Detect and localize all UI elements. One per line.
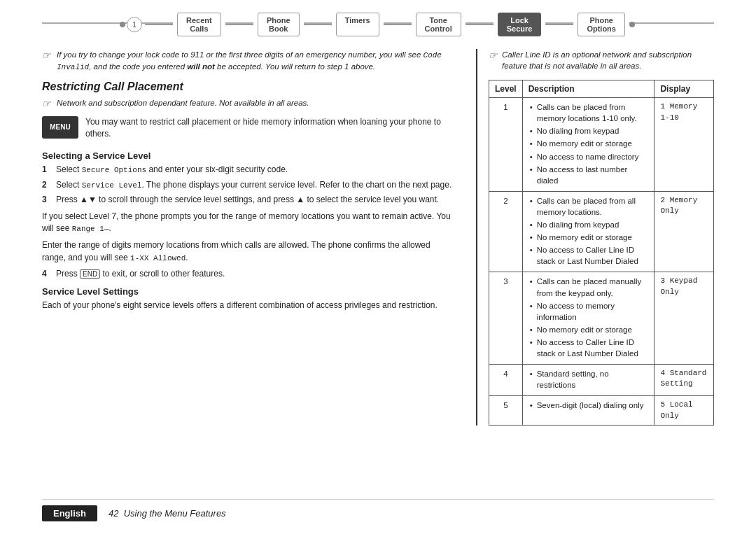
table-cell-display-0: 1 Memory 1-10 — [654, 98, 714, 192]
table-bullet-item: No access to Caller Line ID stack or Las… — [528, 337, 649, 359]
nav-box-recent-calls: Recent Calls — [177, 13, 221, 36]
nav-label-recent-bottom: Calls — [190, 24, 208, 33]
table-bullet-item: No access to name directory — [528, 151, 649, 162]
right-note-text: Caller Line ID is an optional network an… — [502, 49, 714, 71]
right-note: ☞ Caller Line ID is an optional network … — [489, 49, 714, 71]
table-bullet-item: Seven-digit (local) dialing only — [528, 400, 649, 411]
nav-box-phone-options: Phone Options — [578, 13, 625, 36]
table-row: 4Standard setting, no restrictions4 Stan… — [489, 365, 714, 396]
nav-label-phonebook-bottom: Book — [269, 24, 288, 33]
step-text-1: Select Secure Options and enter your six… — [56, 164, 288, 176]
table-cell-desc-2: Calls can be placed manually from the ke… — [522, 272, 654, 365]
table-bullet-item: Calls can be placed from memory location… — [528, 101, 649, 124]
table-bullet-item: Standard setting, no restrictions — [528, 368, 649, 391]
main-content: ☞ If you try to change your lock code to… — [42, 45, 714, 426]
steps-list-cont: 4 Press END to exit, or scroll to other … — [42, 268, 452, 280]
step3-extra-2: Enter the range of digits memory locatio… — [42, 239, 452, 264]
nav-sep-1 — [225, 24, 253, 25]
nav-label-lock-top: Lock — [510, 16, 528, 24]
nav-label-phonebook-top: Phone — [267, 16, 290, 24]
step-text-4: Press END to exit, or scroll to other fe… — [56, 268, 225, 280]
nav-item-recent-calls[interactable]: Recent Calls — [173, 13, 225, 36]
right-column: ☞ Caller Line ID is an optional network … — [476, 49, 714, 426]
footer-language: English — [42, 505, 97, 521]
nav-item-lock-secure[interactable]: Lock Secure — [493, 13, 546, 36]
menu-body-section: MENU You may want to restrict call place… — [42, 116, 452, 145]
footer-caption: 42 Using the Menu Features — [108, 508, 226, 519]
nav-label-timers-top: Timers — [345, 16, 370, 24]
right-note-icon: ☞ — [489, 50, 498, 71]
service-level-table: Level Description Display 1Calls can be … — [489, 80, 714, 426]
nav-label-phoneopts-bottom: Options — [587, 24, 616, 33]
nav-circle-label: 1 — [132, 21, 136, 29]
nav-label-lock-bottom: Secure — [507, 24, 533, 33]
note-icon-1: ☞ — [42, 50, 51, 73]
menu-icon: MENU — [42, 116, 78, 139]
table-row: 3Calls can be placed manually from the k… — [489, 272, 714, 365]
table-row: 1Calls can be placed from memory locatio… — [489, 98, 714, 192]
table-bullet-item: No dialing from keypad — [528, 219, 649, 230]
nav-sep-0 — [145, 24, 173, 25]
table-cell-display-2: 3 Keypad Only — [654, 272, 714, 365]
col-header-description: Description — [522, 80, 654, 98]
section-title: Restricting Call Placement — [42, 80, 452, 93]
table-cell-display-1: 2 Memory Only — [654, 191, 714, 272]
nav-label-phoneopts-top: Phone — [589, 16, 613, 24]
nav-item-timers[interactable]: Timers — [332, 13, 384, 36]
table-bullet-item: Calls can be placed from all memory loca… — [528, 195, 649, 218]
step-num-4: 4 — [42, 268, 52, 280]
col-header-display: Display — [654, 80, 714, 98]
table-cell-display-3: 4 Standard Setting — [654, 365, 714, 396]
nav-item-phone-options[interactable]: Phone Options — [573, 13, 629, 36]
table-header-row: Level Description Display — [489, 80, 714, 98]
col-header-level: Level — [489, 80, 523, 98]
sub-heading-2: Service Level Settings — [42, 286, 452, 297]
step3-extra-1: If you select Level 7, the phone prompts… — [42, 211, 452, 235]
step-num-1: 1 — [42, 164, 52, 176]
nav-items: 1 Recent Calls Phone Book — [120, 13, 636, 36]
nav-box-tone-control: Tone Control — [416, 13, 461, 36]
step-4: 4 Press END to exit, or scroll to other … — [42, 268, 452, 280]
table-cell-display-4: 5 Local Only — [654, 396, 714, 426]
note-icon-2: ☞ — [42, 98, 51, 109]
step-num-3: 3 — [42, 194, 52, 206]
table-bullet-item: No access to last number dialed — [528, 164, 649, 186]
step-text-2: Select Service Level. The phone displays… — [56, 179, 451, 192]
note-box-1: ☞ If you try to change your lock code to… — [42, 49, 452, 73]
page-container: 1 Recent Calls Phone Book — [0, 0, 756, 534]
nav-dot-right — [629, 22, 635, 27]
step-3: 3 Press ▲▼ to scroll through the service… — [42, 194, 452, 206]
body-text-1: You may want to restrict call placement … — [42, 116, 452, 141]
note-text-2: Network and subscription dependant featu… — [57, 97, 309, 109]
nav-item-phone-book[interactable]: Phone Book — [253, 13, 304, 36]
nav-box-lock-secure: Lock Secure — [498, 13, 542, 36]
table-bullet-item: No memory edit or storage — [528, 324, 649, 335]
table-row: 5Seven-digit (local) dialing only5 Local… — [489, 396, 714, 426]
table-bullet-item: No access to memory information — [528, 300, 649, 323]
footer-caption-text: Using the Menu Features — [124, 508, 226, 519]
table-cell-desc-4: Seven-digit (local) dialing only — [522, 396, 654, 426]
page-number: 42 — [108, 508, 118, 519]
nav-box-timers: Timers — [336, 13, 379, 36]
table-cell-desc-3: Standard setting, no restrictions — [522, 365, 654, 396]
menu-label: MENU — [50, 123, 70, 131]
footer: English 42 Using the Menu Features — [42, 499, 714, 521]
nav-sep-3 — [384, 24, 412, 25]
step-1: 1 Select Secure Options and enter your s… — [42, 164, 452, 176]
nav-label-tone-bottom: Control — [425, 24, 452, 33]
nav-item-tone-control[interactable]: Tone Control — [412, 13, 465, 36]
table-cell-level-0: 1 — [489, 98, 523, 192]
nav-box-phone-book: Phone Book — [258, 13, 300, 36]
table-cell-level-4: 5 — [489, 396, 523, 426]
step-2: 2 Select Service Level. The phone displa… — [42, 179, 452, 192]
nav-sep-5 — [545, 24, 573, 25]
left-column: ☞ If you try to change your lock code to… — [42, 49, 459, 426]
sub-heading-1: Selecting a Service Level — [42, 150, 452, 161]
note-box-2: ☞ Network and subscription dependant fea… — [42, 97, 452, 109]
nav-sep-4 — [465, 24, 493, 25]
table-bullet-item: No access to Caller Line ID stack or Las… — [528, 244, 649, 267]
table-cell-level-1: 2 — [489, 191, 523, 272]
note-text-1: If you try to change your lock code to 9… — [57, 49, 452, 73]
table-bullet-item: No memory edit or storage — [528, 232, 649, 243]
table-bullet-item: Calls can be placed manually from the ke… — [528, 276, 649, 298]
